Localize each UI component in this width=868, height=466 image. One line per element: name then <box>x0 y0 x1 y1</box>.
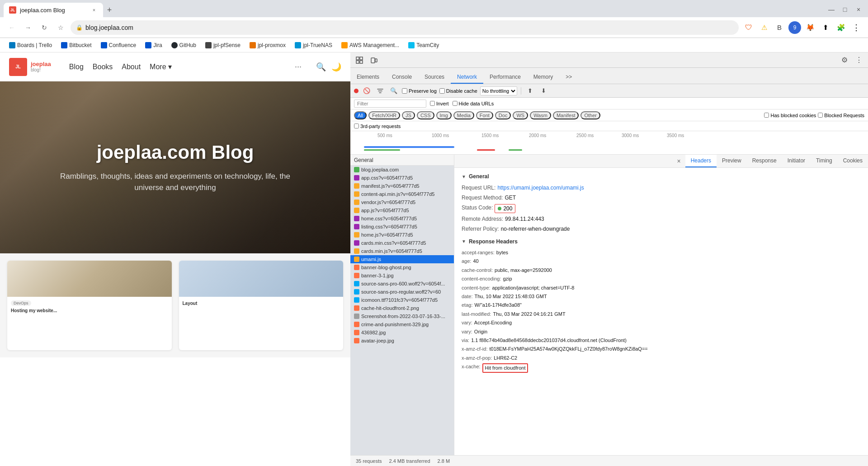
filter-manifest[interactable]: Manifest <box>553 111 579 119</box>
filter-network-button[interactable] <box>375 86 386 96</box>
has-blocked-cookies-checkbox[interactable]: Has blocked cookies <box>764 113 816 118</box>
menu-icon[interactable]: ⋮ <box>850 21 863 34</box>
request-avatar[interactable]: avatar-joep.jpg <box>350 337 454 345</box>
request-manifest-js[interactable]: manifest.js?v=6054f777d5 <box>350 182 454 190</box>
tab-more[interactable]: >> <box>559 71 578 84</box>
tab-console[interactable]: Console <box>386 71 418 84</box>
device-toolbar-btn[interactable] <box>368 55 379 66</box>
tab-close-button[interactable]: × <box>90 6 98 14</box>
reload-button[interactable]: ↻ <box>38 21 51 34</box>
blog-card-1[interactable]: DevOps Hosting my website... <box>7 261 172 350</box>
filter-ws[interactable]: WS <box>513 111 528 119</box>
filter-input[interactable] <box>354 100 426 108</box>
bookmark-github[interactable]: GitHub <box>168 41 200 49</box>
minimize-button[interactable]: — <box>826 4 837 15</box>
tab-network[interactable]: Network <box>451 71 483 84</box>
bookmark-button[interactable]: ☆ <box>54 21 67 34</box>
filter-fetch[interactable]: Fetch/XHR <box>368 111 400 119</box>
bookmark-teamcity[interactable]: TeamCity <box>405 41 443 49</box>
tab-sources[interactable]: Sources <box>418 71 451 84</box>
bookmark-proxmox[interactable]: jpl-proxmox <box>246 41 289 49</box>
blocked-requests-checkbox[interactable]: Blocked Requests <box>818 113 864 118</box>
bookmark-aws[interactable]: AWS Management... <box>338 41 403 49</box>
import-har-btn[interactable]: ⬆ <box>525 86 536 96</box>
back-button[interactable]: ← <box>5 21 18 34</box>
invert-checkbox[interactable]: Invert <box>430 101 449 106</box>
request-cache-hit[interactable]: cache-hit-cloudfront-2.png <box>350 304 454 312</box>
filter-all[interactable]: All <box>354 111 367 119</box>
details-close-button[interactable]: × <box>673 155 685 167</box>
nav-blog[interactable]: Blog <box>69 63 84 71</box>
request-banner-3[interactable]: banner-3-1.jpg <box>350 271 454 280</box>
blog-card-2[interactable]: Layout <box>179 261 344 350</box>
request-listing-css[interactable]: listing.css?v=6054f777d5 <box>350 223 454 231</box>
request-screenshot[interactable]: Screenshot-from-2022-03-07-16-33-... <box>350 312 454 320</box>
general-section-header[interactable]: ▼ General <box>462 173 861 180</box>
filter-other[interactable]: Other <box>580 111 600 119</box>
tab-elements[interactable]: Elements <box>350 71 386 84</box>
nav-more[interactable]: More ▾ <box>150 62 171 71</box>
theme-toggle-btn[interactable]: 🌙 <box>331 62 341 72</box>
request-umami-js[interactable]: umami.js <box>350 255 454 263</box>
filter-css[interactable]: CSS <box>417 111 434 119</box>
restore-button[interactable]: □ <box>839 4 851 15</box>
request-app-css[interactable]: app.css?v=6054f777d5 <box>350 174 454 182</box>
close-button[interactable]: × <box>853 4 864 15</box>
site-logo[interactable]: JL joeplaa blog! <box>9 58 51 76</box>
detail-tab-headers[interactable]: Headers <box>685 155 717 167</box>
fox-icon[interactable]: 🦊 <box>804 21 816 34</box>
request-crime[interactable]: crime-and-punishment-329.jpg <box>350 320 454 328</box>
response-headers-section-header[interactable]: ▼ Response Headers <box>462 238 861 245</box>
request-app-js[interactable]: app.js?v=6054f777d5 <box>350 206 454 214</box>
detail-tab-preview[interactable]: Preview <box>717 155 747 167</box>
request-blog-joeplaa[interactable]: blog.joeplaa.com <box>350 166 454 174</box>
third-party-checkbox[interactable]: 3rd-party requests <box>354 124 401 129</box>
request-home-css[interactable]: home.css?v=6054f777d5 <box>350 214 454 223</box>
devtools-more-btn[interactable]: ⋮ <box>854 55 864 66</box>
request-source-sans-reg[interactable]: source-sans-pro-regular.woff2?v=60 <box>350 288 454 296</box>
inspect-element-btn[interactable] <box>354 55 365 66</box>
filter-js[interactable]: JS <box>402 111 415 119</box>
request-icomoon[interactable]: icomoon.ttf?101fc3?v=6054f777d5 <box>350 296 454 304</box>
detail-tab-response[interactable]: Response <box>747 155 782 167</box>
puzzle-icon[interactable]: 🧩 <box>835 21 847 34</box>
brave-icon[interactable]: B <box>773 21 786 34</box>
preserve-log-checkbox[interactable]: Preserve log <box>402 88 437 94</box>
settings-btn[interactable]: ⚙ <box>839 55 850 66</box>
search-icon-btn[interactable]: 🔍 <box>316 62 326 72</box>
clear-network-button[interactable]: 🚫 <box>361 86 372 96</box>
tab-memory[interactable]: Memory <box>527 71 559 84</box>
request-436982[interactable]: 436982.jpg <box>350 328 454 337</box>
nav-books[interactable]: Books <box>93 63 113 71</box>
nav-dots[interactable]: ··· <box>295 62 302 71</box>
disable-cache-checkbox[interactable]: Disable cache <box>439 88 477 94</box>
request-home-js[interactable]: home.js?v=6054f777d5 <box>350 231 454 239</box>
request-banner-blog[interactable]: banner-blog-ghost.png <box>350 263 454 271</box>
bookmark-bitbucket[interactable]: Bitbucket <box>57 41 95 49</box>
profile-icon[interactable]: 9 <box>788 21 801 34</box>
bookmark-jira[interactable]: Jira <box>142 41 165 49</box>
filter-wasm[interactable]: Wasm <box>530 111 551 119</box>
active-tab[interactable]: JL joeplaa.com Blog × <box>4 3 103 17</box>
request-cards-js[interactable]: cards.min.js?v=6054f777d5 <box>350 247 454 255</box>
request-cards-css[interactable]: cards.min.css?v=6054f777d5 <box>350 239 454 247</box>
request-content-api[interactable]: content-api.min.js?v=6054f777d5 <box>350 190 454 198</box>
extension-icon1[interactable]: ⬆ <box>819 21 832 34</box>
bookmark-pfsense[interactable]: jpl-pfSense <box>202 41 244 49</box>
alert-icon[interactable]: ⚠ <box>758 21 770 34</box>
address-bar[interactable]: 🔒 blog.joeplaa.com <box>71 20 739 35</box>
filter-media[interactable]: Media <box>453 111 474 119</box>
filter-doc[interactable]: Doc <box>495 111 511 119</box>
filter-img[interactable]: Img <box>436 111 452 119</box>
hide-data-urls-checkbox[interactable]: Hide data URLs <box>453 101 494 106</box>
detail-tab-timing[interactable]: Timing <box>811 155 838 167</box>
record-button[interactable] <box>354 89 359 93</box>
detail-tab-initiator[interactable]: Initiator <box>782 155 811 167</box>
nav-about[interactable]: About <box>122 63 141 71</box>
detail-tab-cookies[interactable]: Cookies <box>838 155 868 167</box>
bookmark-truenas[interactable]: jpl-TrueNAS <box>291 41 336 49</box>
forward-button[interactable]: → <box>22 21 34 34</box>
throttle-select[interactable]: No throttling <box>480 86 517 95</box>
tab-performance[interactable]: Performance <box>483 71 527 84</box>
request-vendor-js[interactable]: vendor.js?v=6054f777d5 <box>350 198 454 206</box>
